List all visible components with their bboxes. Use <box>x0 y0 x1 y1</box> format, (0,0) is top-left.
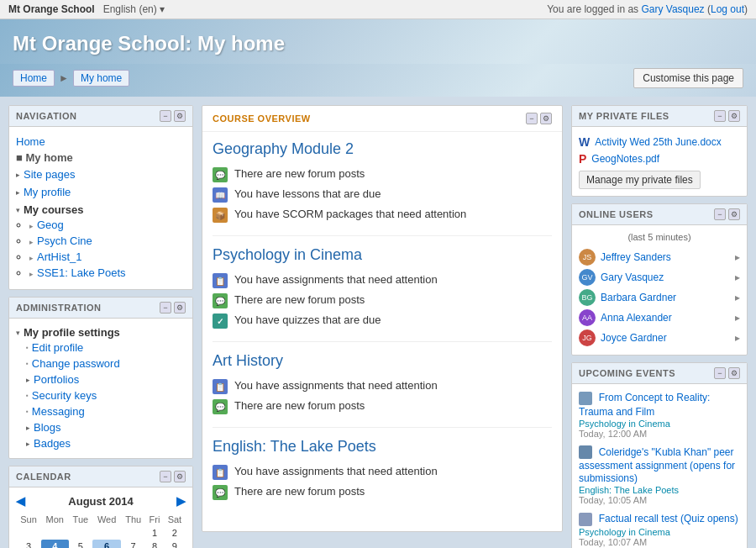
nav-link-geog[interactable]: Geog <box>37 219 64 231</box>
user-link-gary[interactable]: Gary Vasquez <box>601 271 664 283</box>
admin-link-portfolios[interactable]: Portfolios <box>34 373 79 386</box>
calendar-day-4[interactable]: 4 <box>41 540 68 548</box>
file-link-pdf[interactable]: GeogNotes.pdf <box>591 153 659 165</box>
nav-item-myhome[interactable]: ■ My home <box>16 150 186 166</box>
message-icon[interactable]: ▸ <box>735 251 740 263</box>
private-files-body: W Activity Wed 25th June.docx P GeogNote… <box>572 127 747 196</box>
event-link-1[interactable]: From Concept to Reality: Trauma and Film <box>579 392 710 418</box>
block-controls-admin: − ⚙ <box>160 302 186 314</box>
admin-item-badges[interactable]: ▸ Badges <box>26 435 186 451</box>
admin-item-editprofile[interactable]: Edit profile <box>26 340 186 356</box>
customise-page-button[interactable]: Customise this page <box>633 68 743 88</box>
nav-item-lakepoets[interactable]: SSE1: Lake Poets <box>29 265 186 281</box>
block-collapse-button[interactable]: − <box>160 110 171 122</box>
breadcrumb-home[interactable]: Home <box>13 70 55 87</box>
calendar-next-button[interactable]: ▶ <box>176 494 186 508</box>
nav-item-geog[interactable]: Geog <box>29 217 186 233</box>
block-config-button-co[interactable]: ⚙ <box>540 113 552 124</box>
quiz-icon: ✓ <box>213 314 228 329</box>
nav-link-arthist[interactable]: ArtHist_1 <box>37 250 81 263</box>
message-icon[interactable]: ▸ <box>735 312 740 324</box>
nav-link-sitepages[interactable]: Site pages <box>24 168 75 181</box>
language-selector[interactable]: English (en) ▾ <box>103 3 165 15</box>
avatar-joyce: JG <box>579 329 596 346</box>
user-link-jeffrey[interactable]: Jeffrey Sanders <box>601 251 671 263</box>
calendar-day-9: 9 <box>164 540 186 548</box>
block-config-button-admin[interactable]: ⚙ <box>174 302 186 314</box>
admin-link-blogs[interactable]: Blogs <box>34 421 61 434</box>
course-overview-title: COURSE OVERVIEW <box>213 113 311 124</box>
message-icon[interactable]: ▸ <box>735 292 740 303</box>
nav-item-mycourses[interactable]: ▾ My courses Geog Psych Cine ArtHist_1 S… <box>16 201 186 282</box>
admin-link-securitykeys[interactable]: Security keys <box>32 389 97 402</box>
user-link-barbara[interactable]: Barbara Gardner <box>601 292 676 303</box>
block-config-button-events[interactable]: ⚙ <box>728 367 740 379</box>
sidebar-left: NAVIGATION − ⚙ Home ■ My home ▸ Site pag… <box>8 105 193 548</box>
block-controls-co: − ⚙ <box>526 113 552 124</box>
file-link-word[interactable]: Activity Wed 25th June.docx <box>595 136 722 148</box>
block-config-button-online[interactable]: ⚙ <box>728 208 740 220</box>
nav-link-lakepoets[interactable]: SSE1: Lake Poets <box>37 266 126 279</box>
message-icon[interactable]: ▸ <box>735 271 740 283</box>
block-collapse-button-admin[interactable]: − <box>160 302 171 314</box>
admin-link-messaging[interactable]: Messaging <box>32 405 85 418</box>
event-item-3: Factual recall test (Quiz opens) Psychol… <box>579 512 740 547</box>
block-collapse-button-files[interactable]: − <box>714 110 726 122</box>
administration-block-header: ADMINISTRATION − ⚙ <box>9 298 192 319</box>
nav-link-home[interactable]: Home <box>16 135 45 148</box>
event-link-3[interactable]: Factual recall test (Quiz opens) <box>599 513 738 524</box>
user-link-joyce[interactable]: Joyce Gardner <box>601 332 667 344</box>
online-users-body: (last 5 minutes) JS Jeffrey Sanders ▸ GV… <box>572 225 747 355</box>
cal-header-sun: Sun <box>16 513 41 526</box>
block-config-button[interactable]: ⚙ <box>174 110 186 122</box>
block-collapse-button-events[interactable]: − <box>714 367 726 379</box>
event-item-2: Coleridge's "Kubla Khan" peer assessment… <box>579 445 740 506</box>
course-item-art-1: 📋 You have assignments that need attenti… <box>213 377 552 397</box>
logout-link[interactable]: Log out <box>711 3 744 15</box>
course-item-geog-1: 💬 There are new forum posts <box>213 165 552 185</box>
nav-item-psychcine[interactable]: Psych Cine <box>29 233 186 249</box>
block-collapse-button-calendar[interactable]: − <box>160 471 171 482</box>
topbar: Mt Orange School English (en) ▾ You are … <box>0 0 756 19</box>
user-link-anna[interactable]: Anna Alexander <box>601 312 672 324</box>
course-item-text: You have SCORM packages that need attent… <box>234 208 466 220</box>
admin-item-changepassword[interactable]: Change password <box>26 356 186 371</box>
calendar-prev-button[interactable]: ◀ <box>16 494 25 508</box>
nav-item-home[interactable]: Home <box>16 134 186 150</box>
calendar-block-body: ◀ August 2014 ▶ Sun Mon Tue Wed Thu Fri <box>9 487 192 548</box>
block-collapse-button-co[interactable]: − <box>526 113 538 124</box>
cal-header-tue: Tue <box>69 513 93 526</box>
admin-link-badges[interactable]: Badges <box>34 437 71 450</box>
admin-item-messaging[interactable]: Messaging <box>26 403 186 419</box>
block-collapse-button-online[interactable]: − <box>714 208 726 220</box>
event-icon-3 <box>579 513 592 526</box>
admin-item-portfolios[interactable]: ▸ Portfolios <box>26 371 186 387</box>
private-files-header: MY PRIVATE FILES − ⚙ <box>572 106 747 127</box>
course-title-english[interactable]: English: The Lake Poets <box>213 438 552 456</box>
nav-item-myprofile[interactable]: ▸ My profile <box>16 183 186 201</box>
course-item-text: You have assignments that need attention <box>234 379 438 392</box>
nav-link-psychcine[interactable]: Psych Cine <box>37 234 92 247</box>
admin-item-securitykeys[interactable]: Security keys <box>26 387 186 403</box>
message-icon[interactable]: ▸ <box>735 332 740 344</box>
admin-link-changepassword[interactable]: Change password <box>32 357 120 370</box>
course-item-text: You have assignments that need attention <box>234 273 438 286</box>
calendar-day-6[interactable]: 6 <box>92 540 121 548</box>
nav-item-sitepages[interactable]: ▸ Site pages <box>16 166 186 183</box>
navigation-block-header: NAVIGATION − ⚙ <box>9 106 192 127</box>
topbar-right: You are logged in as Gary Vasquez (Log o… <box>547 3 748 15</box>
manage-files-button[interactable]: Manage my private files <box>579 171 701 189</box>
event-link-2[interactable]: Coleridge's "Kubla Khan" peer assessment… <box>579 446 735 485</box>
course-title-art[interactable]: Art History <box>213 352 552 370</box>
nav-item-arthist[interactable]: ArtHist_1 <box>29 249 186 265</box>
nav-link-myprofile[interactable]: My profile <box>24 186 71 198</box>
course-title-psych[interactable]: Psychology in Cinema <box>213 246 552 264</box>
event-time-1: Today, 12:00 AM <box>579 429 740 439</box>
admin-link-editprofile[interactable]: Edit profile <box>32 341 83 354</box>
admin-item-blogs[interactable]: ▸ Blogs <box>26 419 186 435</box>
block-config-button-files[interactable]: ⚙ <box>728 110 740 122</box>
block-config-button-calendar[interactable]: ⚙ <box>174 471 186 482</box>
assign-icon: 📋 <box>213 379 228 394</box>
course-title-geog[interactable]: Geography Module 2 <box>213 140 552 158</box>
user-profile-link[interactable]: Gary Vasquez <box>641 3 704 15</box>
